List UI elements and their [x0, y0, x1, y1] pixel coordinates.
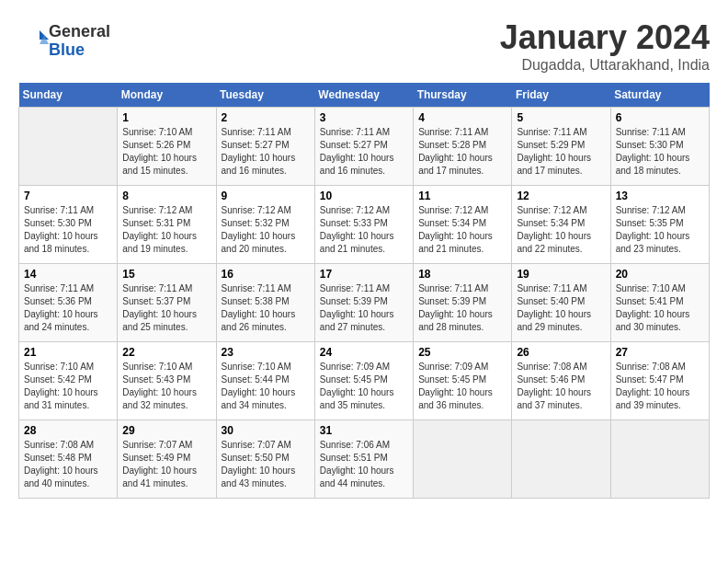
day-info: Sunrise: 7:12 AM Sunset: 5:33 PM Dayligh… — [320, 204, 408, 256]
day-number: 17 — [320, 268, 408, 281]
day-info: Sunrise: 7:08 AM Sunset: 5:47 PM Dayligh… — [616, 361, 704, 412]
calendar-cell: 12Sunrise: 7:12 AM Sunset: 5:34 PM Dayli… — [512, 186, 610, 264]
day-number: 18 — [418, 268, 506, 281]
calendar-cell — [610, 420, 709, 499]
day-info: Sunrise: 7:09 AM Sunset: 5:45 PM Dayligh… — [418, 361, 506, 412]
day-info: Sunrise: 7:07 AM Sunset: 5:49 PM Dayligh… — [122, 439, 210, 490]
calendar-cell: 20Sunrise: 7:10 AM Sunset: 5:41 PM Dayli… — [610, 264, 709, 342]
calendar-cell: 7Sunrise: 7:11 AM Sunset: 5:30 PM Daylig… — [19, 186, 118, 264]
calendar-week-2: 7Sunrise: 7:11 AM Sunset: 5:30 PM Daylig… — [19, 186, 710, 264]
logo-icon — [21, 26, 49, 53]
calendar-cell: 6Sunrise: 7:11 AM Sunset: 5:30 PM Daylig… — [610, 108, 709, 186]
day-number: 28 — [24, 424, 112, 437]
page-header: General Blue January 2024 Dugadda, Uttar… — [18, 18, 710, 74]
calendar-cell: 10Sunrise: 7:12 AM Sunset: 5:33 PM Dayli… — [314, 186, 413, 264]
day-info: Sunrise: 7:07 AM Sunset: 5:50 PM Dayligh… — [222, 439, 310, 490]
logo-blue: Blue — [49, 41, 110, 60]
day-info: Sunrise: 7:11 AM Sunset: 5:30 PM Dayligh… — [616, 126, 704, 178]
calendar-cell: 13Sunrise: 7:12 AM Sunset: 5:35 PM Dayli… — [610, 186, 709, 264]
calendar-cell: 17Sunrise: 7:11 AM Sunset: 5:39 PM Dayli… — [314, 264, 413, 342]
day-info: Sunrise: 7:11 AM Sunset: 5:37 PM Dayligh… — [122, 282, 210, 334]
day-number: 10 — [320, 190, 408, 202]
day-number: 16 — [222, 268, 310, 281]
day-info: Sunrise: 7:09 AM Sunset: 5:45 PM Dayligh… — [320, 361, 408, 412]
day-info: Sunrise: 7:12 AM Sunset: 5:31 PM Dayligh… — [122, 204, 210, 256]
day-number: 2 — [222, 111, 310, 124]
day-number: 8 — [122, 190, 210, 202]
calendar-cell: 2Sunrise: 7:11 AM Sunset: 5:27 PM Daylig… — [216, 108, 314, 186]
day-number: 9 — [222, 190, 310, 202]
day-info: Sunrise: 7:10 AM Sunset: 5:41 PM Dayligh… — [616, 282, 704, 334]
calendar-cell: 31Sunrise: 7:06 AM Sunset: 5:51 PM Dayli… — [314, 420, 413, 499]
calendar-cell: 29Sunrise: 7:07 AM Sunset: 5:49 PM Dayli… — [118, 420, 216, 499]
day-info: Sunrise: 7:11 AM Sunset: 5:27 PM Dayligh… — [320, 126, 408, 178]
column-header-tuesday: Tuesday — [216, 83, 314, 108]
day-number: 14 — [24, 268, 112, 281]
day-number: 11 — [418, 190, 506, 202]
calendar-cell: 18Sunrise: 7:11 AM Sunset: 5:39 PM Dayli… — [414, 264, 512, 342]
calendar-cell: 15Sunrise: 7:11 AM Sunset: 5:37 PM Dayli… — [118, 264, 216, 342]
day-number: 21 — [24, 346, 112, 359]
day-info: Sunrise: 7:06 AM Sunset: 5:51 PM Dayligh… — [320, 439, 408, 490]
day-info: Sunrise: 7:10 AM Sunset: 5:44 PM Dayligh… — [222, 361, 310, 412]
calendar-cell: 5Sunrise: 7:11 AM Sunset: 5:29 PM Daylig… — [512, 108, 610, 186]
column-header-wednesday: Wednesday — [314, 83, 413, 108]
day-info: Sunrise: 7:08 AM Sunset: 5:48 PM Dayligh… — [24, 439, 112, 490]
day-info: Sunrise: 7:10 AM Sunset: 5:26 PM Dayligh… — [122, 126, 210, 178]
calendar-cell: 16Sunrise: 7:11 AM Sunset: 5:38 PM Dayli… — [216, 264, 314, 342]
day-number: 7 — [24, 190, 112, 202]
day-info: Sunrise: 7:11 AM Sunset: 5:40 PM Dayligh… — [517, 282, 605, 334]
day-number: 19 — [517, 268, 605, 281]
calendar-cell: 1Sunrise: 7:10 AM Sunset: 5:26 PM Daylig… — [118, 108, 216, 186]
calendar-cell: 11Sunrise: 7:12 AM Sunset: 5:34 PM Dayli… — [414, 186, 512, 264]
calendar-cell: 8Sunrise: 7:12 AM Sunset: 5:31 PM Daylig… — [118, 186, 216, 264]
column-header-sunday: Sunday — [19, 83, 118, 108]
day-info: Sunrise: 7:08 AM Sunset: 5:46 PM Dayligh… — [517, 361, 605, 412]
day-number: 15 — [122, 268, 210, 281]
column-header-saturday: Saturday — [610, 83, 709, 108]
calendar-cell: 9Sunrise: 7:12 AM Sunset: 5:32 PM Daylig… — [216, 186, 314, 264]
column-header-thursday: Thursday — [414, 83, 512, 108]
day-number: 3 — [320, 111, 408, 124]
calendar-subtitle: Dugadda, Uttarakhand, India — [500, 57, 710, 74]
day-info: Sunrise: 7:11 AM Sunset: 5:36 PM Dayligh… — [24, 282, 112, 334]
calendar-cell: 22Sunrise: 7:10 AM Sunset: 5:43 PM Dayli… — [118, 342, 216, 420]
calendar-cell: 24Sunrise: 7:09 AM Sunset: 5:45 PM Dayli… — [314, 342, 413, 420]
day-number: 26 — [517, 346, 605, 359]
day-number: 29 — [122, 424, 210, 437]
calendar-cell: 21Sunrise: 7:10 AM Sunset: 5:42 PM Dayli… — [19, 342, 118, 420]
column-header-friday: Friday — [512, 83, 610, 108]
logo: General Blue — [18, 23, 110, 60]
day-info: Sunrise: 7:11 AM Sunset: 5:28 PM Dayligh… — [418, 126, 506, 178]
day-info: Sunrise: 7:11 AM Sunset: 5:38 PM Dayligh… — [222, 282, 310, 334]
day-info: Sunrise: 7:12 AM Sunset: 5:34 PM Dayligh… — [418, 204, 506, 256]
calendar-cell: 28Sunrise: 7:08 AM Sunset: 5:48 PM Dayli… — [19, 420, 118, 499]
calendar-cell: 30Sunrise: 7:07 AM Sunset: 5:50 PM Dayli… — [216, 420, 314, 499]
calendar-cell — [19, 108, 118, 186]
calendar-cell: 19Sunrise: 7:11 AM Sunset: 5:40 PM Dayli… — [512, 264, 610, 342]
day-number: 30 — [222, 424, 310, 437]
day-info: Sunrise: 7:11 AM Sunset: 5:39 PM Dayligh… — [418, 282, 506, 334]
day-number: 27 — [616, 346, 704, 359]
day-info: Sunrise: 7:11 AM Sunset: 5:29 PM Dayligh… — [517, 126, 605, 178]
calendar-week-3: 14Sunrise: 7:11 AM Sunset: 5:36 PM Dayli… — [19, 264, 710, 342]
day-number: 22 — [122, 346, 210, 359]
day-info: Sunrise: 7:11 AM Sunset: 5:27 PM Dayligh… — [222, 126, 310, 178]
day-number: 4 — [418, 111, 506, 124]
day-info: Sunrise: 7:10 AM Sunset: 5:43 PM Dayligh… — [122, 361, 210, 412]
calendar-cell: 4Sunrise: 7:11 AM Sunset: 5:28 PM Daylig… — [414, 108, 512, 186]
calendar-cell: 23Sunrise: 7:10 AM Sunset: 5:44 PM Dayli… — [216, 342, 314, 420]
calendar-cell: 3Sunrise: 7:11 AM Sunset: 5:27 PM Daylig… — [314, 108, 413, 186]
calendar-week-4: 21Sunrise: 7:10 AM Sunset: 5:42 PM Dayli… — [19, 342, 710, 420]
calendar-week-1: 1Sunrise: 7:10 AM Sunset: 5:26 PM Daylig… — [19, 108, 710, 186]
calendar-cell: 27Sunrise: 7:08 AM Sunset: 5:47 PM Dayli… — [610, 342, 709, 420]
calendar-cell: 26Sunrise: 7:08 AM Sunset: 5:46 PM Dayli… — [512, 342, 610, 420]
day-number: 13 — [616, 190, 704, 202]
day-info: Sunrise: 7:12 AM Sunset: 5:35 PM Dayligh… — [616, 204, 704, 256]
title-section: January 2024 Dugadda, Uttarakhand, India — [500, 18, 710, 74]
day-info: Sunrise: 7:12 AM Sunset: 5:32 PM Dayligh… — [222, 204, 310, 256]
calendar-cell — [414, 420, 512, 499]
calendar-cell: 25Sunrise: 7:09 AM Sunset: 5:45 PM Dayli… — [414, 342, 512, 420]
day-number: 31 — [320, 424, 408, 437]
logo-general: General — [49, 23, 110, 41]
